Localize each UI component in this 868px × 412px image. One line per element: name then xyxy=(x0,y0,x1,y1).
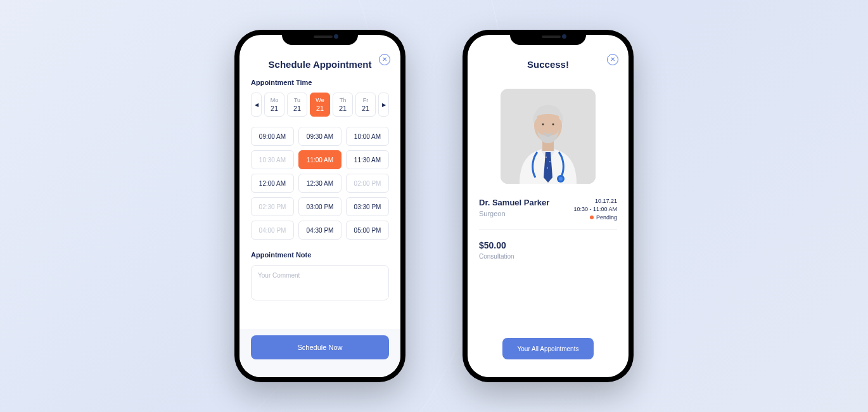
day-of-week: Th xyxy=(340,97,347,103)
next-day-button[interactable]: ▶ xyxy=(378,93,389,117)
day-number: 21 xyxy=(271,105,278,112)
date-cell[interactable]: Fr21 xyxy=(355,93,376,117)
appointment-time: 10:30 - 11:00 AM xyxy=(573,206,617,212)
day-number: 21 xyxy=(362,105,369,112)
appointment-date: 10.17.21 xyxy=(573,198,617,204)
date-cell[interactable]: Th21 xyxy=(333,93,353,117)
svg-point-7 xyxy=(552,124,554,126)
time-slot[interactable]: 09:30 AM xyxy=(298,127,341,146)
time-slot[interactable]: 05:00 PM xyxy=(346,221,389,240)
svg-point-9 xyxy=(559,177,563,181)
day-of-week: We xyxy=(316,97,324,103)
time-slot: 10:30 AM xyxy=(251,150,294,169)
day-of-week: Mo xyxy=(271,97,279,103)
date-cell[interactable]: We21 xyxy=(310,93,330,117)
appointment-note-input[interactable] xyxy=(251,265,389,300)
svg-point-1 xyxy=(546,157,547,158)
time-slot[interactable]: 03:00 PM xyxy=(298,197,341,216)
status-text: Pending xyxy=(596,214,617,221)
date-cell[interactable]: Tu21 xyxy=(287,93,307,117)
doctor-photo xyxy=(501,89,596,184)
date-cell[interactable]: Mo21 xyxy=(264,93,284,117)
day-number: 21 xyxy=(293,105,301,112)
time-slot[interactable]: 10:00 AM xyxy=(346,127,389,146)
doctor-role: Surgeon xyxy=(479,210,549,217)
svg-point-3 xyxy=(547,167,548,169)
status-dot-icon xyxy=(590,216,594,219)
price-value: $50.00 xyxy=(479,240,617,250)
day-number: 21 xyxy=(316,105,324,112)
price-label: Consultation xyxy=(479,253,617,260)
schedule-now-button[interactable]: Schedule Now xyxy=(251,335,389,359)
all-appointments-button[interactable]: Your All Appointments xyxy=(502,338,594,359)
day-of-week: Fr xyxy=(363,97,369,103)
day-of-week: Tu xyxy=(294,97,300,103)
section-label-note: Appointment Note xyxy=(251,251,389,259)
time-slot: 02:00 PM xyxy=(346,174,389,193)
phone-success: Success! ✕ xyxy=(463,30,634,382)
time-slot[interactable]: 03:30 PM xyxy=(346,197,389,216)
device-notch xyxy=(510,30,586,45)
appointment-status: Pending xyxy=(573,214,617,221)
time-slot[interactable]: 12:00 AM xyxy=(251,174,294,193)
device-notch xyxy=(282,30,358,45)
page-title: Schedule Appointment xyxy=(251,59,389,70)
time-slot[interactable]: 11:30 AM xyxy=(346,150,389,169)
svg-point-6 xyxy=(542,124,544,126)
time-slot[interactable]: 09:00 AM xyxy=(251,127,294,146)
doctor-name: Dr. Samuel Parker xyxy=(479,198,549,207)
time-slot[interactable]: 12:30 AM xyxy=(298,174,341,193)
close-icon[interactable]: ✕ xyxy=(607,54,618,65)
time-slot: 02:30 PM xyxy=(251,197,294,216)
time-slot[interactable]: 04:30 PM xyxy=(298,221,341,240)
close-icon[interactable]: ✕ xyxy=(379,54,390,65)
time-slot[interactable]: 11:00 AM xyxy=(298,150,341,169)
page-title: Success! xyxy=(479,59,617,70)
prev-day-button[interactable]: ◀ xyxy=(251,93,262,117)
time-slot: 04:00 PM xyxy=(251,221,294,240)
svg-point-2 xyxy=(549,161,551,162)
phone-schedule: Schedule Appointment ✕ Appointment Time … xyxy=(234,30,405,382)
day-number: 21 xyxy=(339,105,347,112)
divider xyxy=(479,229,617,230)
section-label-time: Appointment Time xyxy=(251,79,389,86)
